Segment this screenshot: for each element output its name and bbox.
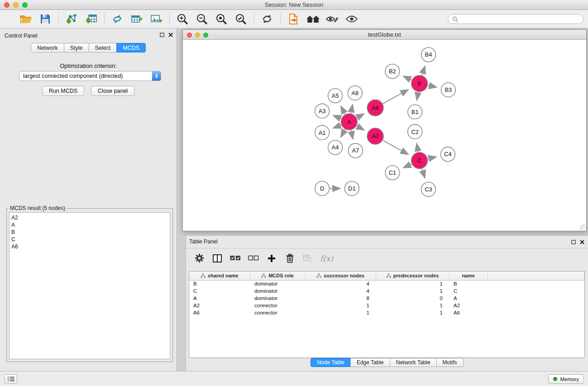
graph-node-B[interactable]: B — [411, 76, 428, 92]
table-row[interactable]: A6connector11A6 — [189, 309, 584, 316]
graph-node-A4[interactable]: A4 — [328, 140, 343, 155]
table-cell-empty[interactable] — [488, 295, 584, 302]
float-table-panel-button[interactable] — [571, 240, 576, 244]
table-cell[interactable]: dominator — [250, 287, 305, 295]
table-cell[interactable]: C — [189, 287, 250, 295]
close-table-panel-button[interactable] — [580, 240, 584, 244]
mcds-result-item[interactable]: C — [11, 236, 168, 243]
graph-edge-A-A8[interactable] — [351, 105, 353, 114]
graph-node-B2[interactable]: B2 — [385, 64, 400, 79]
network-window-titlebar[interactable]: testGlobe.txt — [183, 30, 586, 40]
apply-layout-button[interactable] — [259, 11, 275, 27]
function-builder-button[interactable]: f(x) — [320, 251, 333, 266]
float-panel-button[interactable] — [160, 33, 164, 37]
graph-edge-A2-C[interactable] — [383, 140, 409, 154]
table-cell[interactable]: B — [449, 280, 488, 287]
table-cell[interactable]: 0 — [376, 295, 449, 302]
graph-edge-A-A3[interactable] — [333, 115, 341, 119]
tab-node-table[interactable]: Node Table — [311, 358, 351, 367]
table-cell[interactable]: 1 — [376, 280, 449, 287]
table-cell[interactable]: 4 — [305, 287, 376, 295]
tab-mcds[interactable]: MCDS — [116, 43, 146, 52]
graph-edge-A-A6[interactable] — [357, 114, 364, 118]
graph-node-A5[interactable]: A5 — [328, 88, 343, 103]
zoom-in-button[interactable] — [175, 11, 190, 27]
run-mcds-button[interactable]: Run MCDS — [42, 86, 84, 96]
column-header-mcds-role[interactable]: MCDS role — [250, 272, 305, 280]
graph-node-C1[interactable]: C1 — [385, 166, 400, 180]
tab-network[interactable]: Network — [31, 43, 64, 52]
minimize-window-button[interactable] — [13, 2, 19, 8]
delete-columns-button[interactable] — [284, 251, 296, 266]
graphics-details-button[interactable] — [344, 11, 359, 27]
resize-grip-icon[interactable] — [580, 224, 586, 230]
mcds-result-item[interactable]: A6 — [11, 243, 168, 250]
new-column-button[interactable] — [266, 251, 277, 266]
close-window-button[interactable] — [4, 2, 10, 8]
table-cell-empty[interactable] — [488, 309, 584, 316]
column-header-shared-name[interactable]: shared name — [189, 272, 250, 280]
import-network-button[interactable] — [64, 11, 79, 27]
graph-node-A[interactable]: A — [341, 114, 357, 130]
table-cell[interactable]: dominator — [250, 280, 305, 287]
graph-node-B3[interactable]: B3 — [441, 83, 455, 97]
graph-edge-B-B3[interactable] — [428, 86, 437, 87]
graph-edge-C-C3[interactable] — [422, 169, 425, 178]
graph-edge-A-A2[interactable] — [357, 126, 364, 130]
table-cell[interactable]: A — [449, 295, 488, 302]
graph-edge-B-B1[interactable] — [417, 92, 418, 100]
graph-node-A3[interactable]: A3 — [315, 104, 330, 118]
table-cell-empty[interactable] — [488, 280, 584, 287]
table-cell[interactable]: 1 — [305, 309, 376, 316]
graph-edge-A-A4[interactable] — [341, 129, 345, 137]
export-image-button[interactable] — [148, 11, 164, 27]
delete-table-button[interactable] — [302, 251, 314, 266]
table-cell-empty[interactable] — [488, 302, 584, 309]
tab-edge-table[interactable]: Edge Table — [350, 358, 390, 367]
table-row[interactable]: Adominator80A — [189, 295, 584, 302]
open-file-button[interactable] — [18, 11, 33, 27]
zoom-window-button[interactable] — [22, 2, 28, 8]
table-cell[interactable]: 8 — [305, 295, 376, 302]
table-row[interactable]: Cdominator41C — [189, 287, 584, 295]
toolbar-search[interactable] — [448, 14, 583, 24]
graph-node-A8[interactable]: A8 — [348, 86, 362, 100]
mcds-result-item[interactable]: A — [11, 221, 168, 229]
export-table-button[interactable] — [129, 11, 144, 27]
table-cell[interactable]: 1 — [305, 302, 376, 309]
tab-network-table[interactable]: Network Table — [390, 358, 437, 367]
table-cell[interactable]: A6 — [189, 309, 250, 316]
close-panel-action-button[interactable]: Close panel — [91, 86, 134, 96]
graph-node-C4[interactable]: C4 — [440, 147, 455, 162]
table-cell[interactable]: C — [449, 287, 488, 295]
graph-node-A7[interactable]: A7 — [348, 143, 363, 158]
graph-edge-C-C1[interactable] — [403, 164, 412, 168]
graph-edge-B-B4[interactable] — [422, 66, 425, 76]
table-row[interactable]: Bdominator41B — [189, 280, 584, 287]
table-row[interactable]: A2connector11A2 — [189, 302, 584, 309]
import-table-button[interactable] — [83, 11, 99, 27]
table-cell[interactable]: connector — [250, 309, 305, 316]
graph-node-A6[interactable]: A6 — [367, 100, 383, 116]
tab-motifs[interactable]: Motifs — [436, 358, 464, 367]
table-cell[interactable]: 1 — [376, 287, 449, 295]
graph-edge-A6-B[interactable] — [383, 90, 409, 104]
ndex-home-button[interactable] — [305, 11, 320, 27]
network-zoom-button[interactable] — [203, 33, 208, 38]
annotation-toggle-button[interactable] — [325, 11, 340, 27]
table-cell[interactable]: 1 — [376, 309, 449, 316]
panel-menu-button[interactable] — [5, 374, 17, 384]
table-cell[interactable]: A2 — [189, 302, 250, 309]
tab-style[interactable]: Style — [64, 43, 89, 52]
column-header-predecessor-nodes[interactable]: predecessor nodes — [376, 272, 449, 280]
table-cell[interactable]: 4 — [305, 280, 376, 287]
zoom-selected-button[interactable] — [233, 11, 249, 27]
table-cell[interactable]: dominator — [250, 295, 305, 302]
graph-edge-C-C2[interactable] — [417, 143, 418, 152]
table-cell[interactable]: A6 — [449, 309, 488, 316]
tab-select[interactable]: Select — [89, 43, 117, 52]
ndex-import-button[interactable] — [286, 11, 301, 27]
column-header-successor-nodes[interactable]: successor nodes — [305, 272, 376, 280]
network-close-button[interactable] — [187, 33, 192, 38]
close-panel-button[interactable] — [168, 33, 173, 37]
